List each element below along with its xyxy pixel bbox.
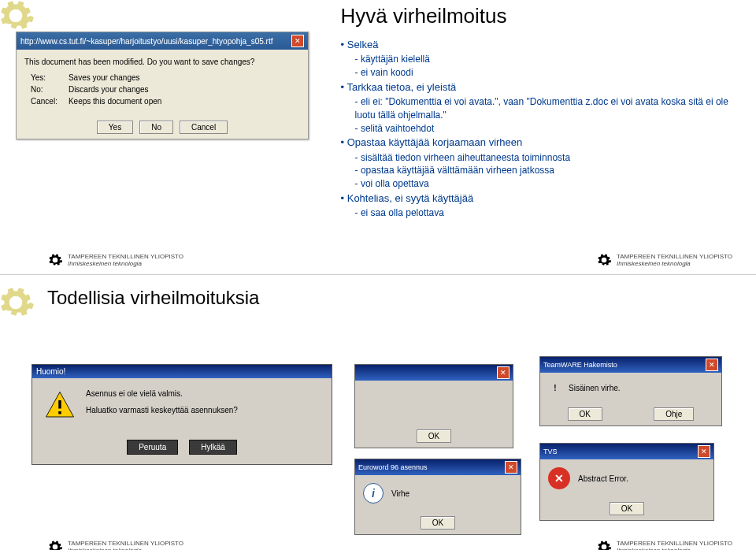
- teamware-dialog: TeamWARE Hakemisto✕ ! Sisäinen virhe. OK…: [539, 356, 722, 426]
- bullet-3c: voi olla opettava: [355, 177, 740, 191]
- close-icon[interactable]: ✕: [497, 366, 510, 379]
- options-table: Yes:Saves your changes No:Discards your …: [24, 71, 168, 108]
- bullet-2a: eli ei: "Dokumenttia ei voi avata.", vaa…: [355, 95, 740, 122]
- footer-line1: TAMPEREEN TEKNILLINEN YLIOPISTO: [617, 253, 732, 260]
- dialog-titlebar: http://www.cs.tut.fi/~kasuper/harjoitust…: [17, 32, 308, 50]
- footer-right: TAMPEREEN TEKNILLINEN YLIOPISTOIhmiskesk…: [596, 252, 732, 268]
- slide-2: Todellisia virheilmoituksia Huomio! Asen…: [0, 287, 756, 550]
- close-icon[interactable]: ✕: [291, 35, 304, 47]
- gear-icon: [47, 252, 63, 268]
- svg-rect-0: [58, 400, 61, 409]
- euroword-titlebar: Euroword 96 asennus✕: [355, 459, 521, 475]
- bullet-3a: sisältää tiedon virheen aiheuttaneesta t…: [355, 151, 740, 165]
- gear-icon: [47, 539, 63, 550]
- cancel-button[interactable]: Cancel: [180, 121, 228, 134]
- footer-line2: Ihmiskeskeinen teknologia: [617, 260, 732, 267]
- footer-left: TAMPEREEN TEKNILLINEN YLIOPISTOIhmiskesk…: [47, 252, 183, 268]
- bullet-3b: opastaa käyttäjää välttämään virheen jat…: [355, 164, 740, 177]
- bullet-4: Kohtelias, ei syytä käyttäjää: [341, 191, 740, 206]
- footer-line1: TAMPEREEN TEKNILLINEN YLIOPISTO: [617, 540, 732, 547]
- footer-line2: Ihmiskeskeinen teknologia: [617, 547, 732, 550]
- error-icon: ✕: [548, 467, 570, 489]
- dialog-title: http://www.cs.tut.fi/~kasuper/harjoitust…: [20, 37, 272, 46]
- footer-line1: TAMPEREEN TEKNILLINEN YLIOPISTO: [68, 540, 183, 547]
- teamware-titlebar: TeamWARE Hakemisto✕: [540, 357, 721, 373]
- huomio-titlebar: Huomio!: [32, 365, 332, 378]
- huomio-line1: Asennus ei ole vielä valmis.: [86, 389, 238, 398]
- tvs-titlebar: TVS✕: [540, 444, 713, 459]
- empty-titlebar: ✕: [355, 365, 513, 381]
- bullet-list: Selkeä käyttäjän kielelläei vain koodi T…: [341, 38, 740, 220]
- svg-rect-1: [58, 411, 61, 414]
- exclaim-icon: !: [548, 381, 562, 395]
- teamware-msg: Sisäinen virhe.: [569, 384, 621, 392]
- no-text: Discards your changes: [64, 84, 166, 95]
- empty-dialog: ✕ OK: [354, 364, 513, 448]
- left-column: http://www.cs.tut.fi/~kasuper/harjoitust…: [0, 0, 333, 274]
- teamware-title: TeamWARE Hakemisto: [543, 361, 617, 369]
- ok-button[interactable]: OK: [568, 407, 602, 421]
- slide-1: http://www.cs.tut.fi/~kasuper/harjoitust…: [0, 0, 756, 275]
- euroword-dialog: Euroword 96 asennus✕ i Virhe OK: [354, 459, 521, 535]
- yes-text: Saves your changes: [64, 72, 166, 83]
- cancel-label: Cancel:: [26, 96, 62, 106]
- yes-button[interactable]: Yes: [97, 121, 133, 134]
- no-label: No:: [26, 84, 62, 95]
- ok-button[interactable]: OK: [421, 516, 455, 530]
- huomio-title: Huomio!: [36, 367, 65, 376]
- euroword-msg: Virhe: [391, 489, 410, 498]
- bullet-1a: käyttäjän kielellä: [355, 53, 740, 66]
- yes-label: Yes:: [26, 72, 62, 83]
- tvs-title: TVS: [543, 448, 558, 455]
- peruuta-button[interactable]: Peruuta: [127, 440, 178, 455]
- warning-icon: [43, 389, 76, 424]
- save-dialog: http://www.cs.tut.fi/~kasuper/harjoitust…: [16, 32, 309, 139]
- dialog-message: This document has been modified. Do you …: [24, 58, 300, 66]
- bullet-2: Tarkkaa tietoa, ei yleistä: [341, 80, 740, 95]
- slide-title: Todellisia virheilmoituksia: [47, 287, 740, 309]
- dialog-body: This document has been modified. Do you …: [17, 50, 308, 116]
- dialog-buttons: Yes No Cancel: [17, 116, 308, 139]
- bullet-4a: ei saa olla pelottava: [355, 206, 740, 220]
- tvs-dialog: TVS✕ ✕ Abstract Error. OK: [539, 443, 714, 521]
- gear-icon: [596, 539, 612, 550]
- footer-line1: TAMPEREEN TEKNILLINEN YLIOPISTO: [68, 253, 183, 260]
- right-column: Hyvä virheilmoitus Selkeä käyttäjän kiel…: [333, 0, 756, 274]
- slide-title: Hyvä virheilmoitus: [341, 4, 740, 28]
- footer-right: TAMPEREEN TEKNILLINEN YLIOPISTOIhmiskesk…: [596, 539, 732, 550]
- bullet-3: Opastaa käyttäjää korjaamaan virheen: [341, 136, 740, 150]
- gear-decoration: [0, 283, 35, 322]
- close-icon[interactable]: ✕: [505, 461, 517, 474]
- huomio-line2: Haluatko varmasti keskeyttää asennuksen?: [86, 406, 238, 414]
- hylkaa-button[interactable]: Hylkää: [189, 440, 237, 455]
- close-icon[interactable]: ✕: [706, 359, 718, 371]
- bullet-2b: selitä vaihtoehdot: [355, 122, 740, 136]
- ok-button[interactable]: OK: [417, 429, 451, 443]
- cancel-text: Keeps this document open: [64, 96, 166, 106]
- info-icon: i: [363, 483, 384, 504]
- euroword-title: Euroword 96 asennus: [358, 463, 428, 471]
- ohje-button[interactable]: Ohje: [654, 407, 694, 421]
- no-button[interactable]: No: [139, 121, 173, 134]
- close-icon[interactable]: ✕: [698, 445, 710, 458]
- bullet-1: Selkeä: [341, 38, 740, 52]
- error-examples: Huomio! Asennus ei ole vielä valmis. Hal…: [0, 321, 756, 541]
- footer-line2: Ihmiskeskeinen teknologia: [68, 260, 183, 267]
- footer-line2: Ihmiskeskeinen teknologia: [68, 547, 183, 550]
- gear-icon: [596, 252, 612, 268]
- ok-button[interactable]: OK: [610, 502, 644, 515]
- bullet-1b: ei vain koodi: [355, 66, 740, 80]
- tvs-msg: Abstract Error.: [578, 474, 628, 483]
- huomio-dialog: Huomio! Asennus ei ole vielä valmis. Hal…: [32, 364, 332, 465]
- footer-left: TAMPEREEN TEKNILLINEN YLIOPISTOIhmiskesk…: [47, 539, 183, 550]
